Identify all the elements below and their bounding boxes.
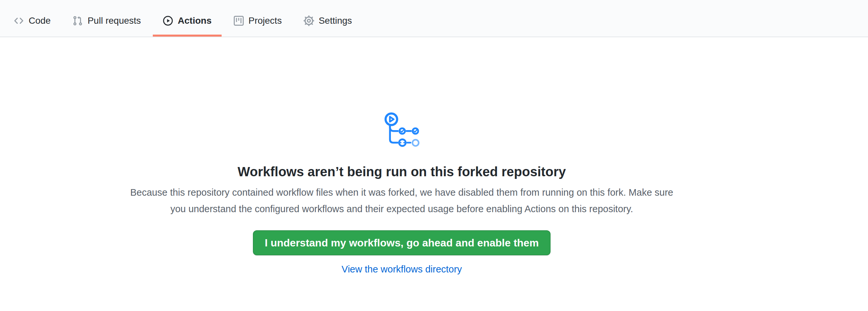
tab-pull-requests[interactable]: Pull requests — [63, 5, 151, 37]
tab-pull-requests-label: Pull requests — [88, 16, 141, 25]
blankslate-description: Because this repository contained workfl… — [122, 184, 682, 217]
tab-actions[interactable]: Actions — [153, 5, 222, 37]
tab-settings[interactable]: Settings — [294, 5, 362, 37]
enable-workflows-button[interactable]: I understand my workflows, go ahead and … — [253, 230, 551, 255]
gear-icon — [304, 15, 314, 26]
workflows-link-row: View the workflows directory — [0, 263, 803, 275]
project-icon — [234, 15, 244, 26]
actions-blankslate: Workflows aren’t being run on this forke… — [0, 37, 803, 275]
code-icon — [13, 15, 24, 26]
view-workflows-directory-link[interactable]: View the workflows directory — [341, 264, 462, 274]
git-pull-request-icon — [72, 15, 83, 26]
blankslate-heading: Workflows aren’t being run on this forke… — [0, 163, 803, 180]
repo-nav: Code Pull requests Actions — [0, 0, 868, 37]
tab-projects-label: Projects — [249, 16, 282, 25]
tab-actions-label: Actions — [178, 16, 212, 25]
tab-code-label: Code — [29, 16, 51, 25]
enable-button-row: I understand my workflows, go ahead and … — [0, 217, 803, 255]
tab-projects[interactable]: Projects — [224, 5, 292, 37]
tab-code[interactable]: Code — [4, 5, 61, 37]
tab-settings-label: Settings — [319, 16, 352, 25]
play-icon — [163, 15, 173, 26]
actions-workflow-icon — [383, 112, 421, 147]
